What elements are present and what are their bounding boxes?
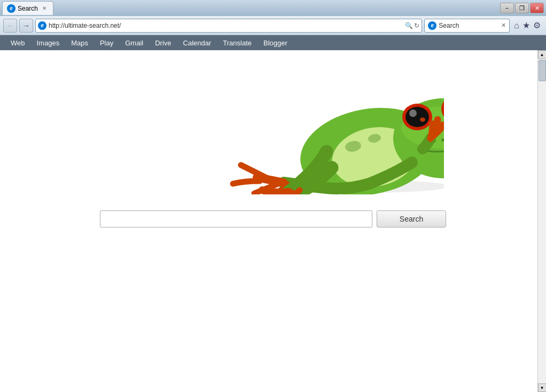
address-input-wrap[interactable]: e http://ultimate-search.net/ 🔍 ↻: [35, 19, 422, 33]
nav-item-calendar[interactable]: Calendar: [178, 37, 217, 49]
frog-image: [102, 56, 444, 194]
nav-item-drive[interactable]: Drive: [150, 37, 176, 49]
nav-item-images[interactable]: Images: [32, 37, 65, 49]
nav-item-play[interactable]: Play: [95, 37, 119, 49]
address-icons: 🔍 ↻: [405, 22, 419, 29]
svg-point-7: [409, 109, 417, 117]
forward-button[interactable]: →: [19, 19, 33, 33]
scrollbar-down-arrow[interactable]: ▼: [538, 383, 547, 392]
nav-bar: Web Images Maps Play Gmail Drive Calenda…: [0, 35, 546, 50]
restore-button[interactable]: ❐: [515, 3, 529, 13]
tab-close-button[interactable]: ✕: [40, 4, 49, 13]
search-area: Search: [100, 210, 446, 228]
minimize-button[interactable]: −: [500, 3, 514, 13]
address-bar: ← → e http://ultimate-search.net/ 🔍 ↻ e …: [0, 16, 546, 35]
scrollbar[interactable]: ▲ ▼: [537, 50, 546, 392]
svg-point-8: [420, 117, 425, 122]
search-input[interactable]: [100, 210, 372, 228]
toolbar-icons: ⌂ ★ ⚙: [512, 20, 543, 30]
settings-icon[interactable]: ⚙: [533, 20, 541, 30]
window-controls: − ❐ ✕: [500, 3, 544, 13]
nav-item-blogger[interactable]: Blogger: [258, 37, 293, 49]
ie-logo-icon: e: [38, 21, 46, 30]
close-button[interactable]: ✕: [530, 3, 544, 13]
nav-item-maps[interactable]: Maps: [66, 37, 93, 49]
scrollbar-thumb[interactable]: [539, 60, 546, 81]
frog-illustration: [0, 50, 546, 194]
title-bar: e Search ✕ − ❐ ✕: [0, 0, 546, 16]
search-tab-ie-icon: e: [428, 21, 436, 30]
page-content: Search ▲ ▼: [0, 50, 546, 392]
search-tab-area[interactable]: e Search ✕: [424, 19, 510, 33]
address-text: http://ultimate-search.net/: [49, 22, 403, 29]
browser-window: e Search ✕ − ❐ ✕ ← → e http://ultimate-s…: [0, 0, 546, 392]
svg-point-6: [405, 107, 429, 127]
back-button[interactable]: ←: [3, 19, 17, 33]
refresh-icon[interactable]: ↻: [414, 22, 419, 29]
scrollbar-up-arrow[interactable]: ▲: [538, 50, 547, 59]
tab-label: Search: [18, 5, 38, 12]
search-tab-close[interactable]: ✕: [501, 22, 506, 29]
home-icon[interactable]: ⌂: [514, 21, 519, 30]
nav-item-gmail[interactable]: Gmail: [120, 37, 149, 49]
favorites-icon[interactable]: ★: [522, 20, 530, 30]
search-tab-label: Search: [439, 22, 459, 29]
search-addr-icon[interactable]: 🔍: [405, 22, 413, 29]
tab-ie-icon: e: [7, 4, 15, 13]
nav-item-translate[interactable]: Translate: [217, 37, 257, 49]
title-bar-left: e Search ✕: [2, 1, 53, 15]
search-button[interactable]: Search: [377, 210, 446, 228]
browser-tab[interactable]: e Search ✕: [2, 1, 53, 15]
nav-item-web[interactable]: Web: [5, 37, 30, 49]
